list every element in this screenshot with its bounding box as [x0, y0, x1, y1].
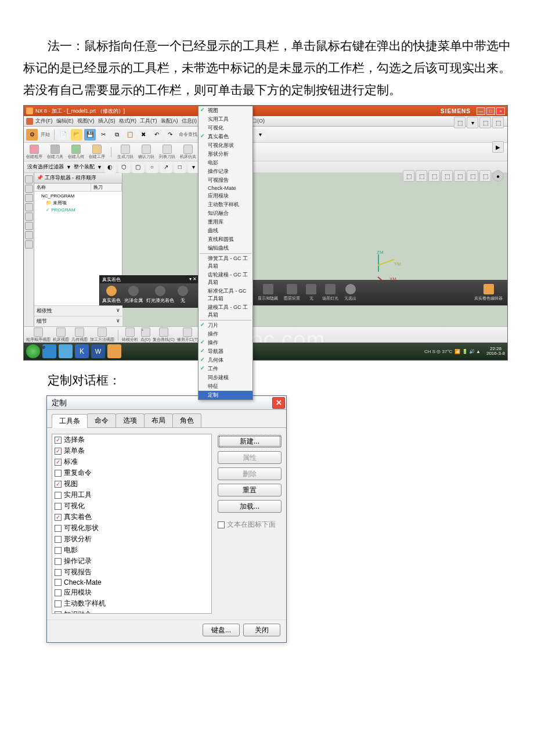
new-button[interactable]: 新建... — [218, 435, 282, 448]
filter-dropdown-icon[interactable]: ▼ — [66, 164, 71, 170]
context-menu-item[interactable]: 主动数字样机 — [199, 200, 252, 209]
show-hide-button[interactable]: 显示和隐藏 — [258, 284, 278, 301]
checkbox-icon[interactable] — [55, 514, 62, 521]
context-menu-item[interactable]: 曲线 — [199, 226, 252, 235]
layer-button[interactable]: 图层设置 — [284, 284, 300, 301]
resource-tab[interactable] — [25, 222, 33, 230]
toolbar-list[interactable]: 选择条菜单条标准重复命令视图实用工具可视化真实着色可视化形状形状分析电影操作记录… — [52, 434, 212, 614]
resource-tab[interactable] — [25, 185, 33, 193]
filter-dropdown-icon[interactable]: ▼ — [97, 164, 102, 170]
toolbar-list-item[interactable]: 真实着色 — [52, 512, 211, 523]
start-button[interactable]: ⚙ — [26, 129, 38, 141]
method-view[interactable]: 加工方法视图 — [90, 327, 114, 343]
context-menu-item[interactable]: 真实着色 — [199, 132, 252, 141]
resource-tab[interactable] — [25, 203, 33, 211]
menu-assembly[interactable]: 装配(A) — [161, 117, 178, 125]
toolbar-icon[interactable]: ▾ — [254, 129, 266, 141]
scene-light-button[interactable]: 场景灯光 — [322, 284, 338, 301]
toolbar-list-item[interactable]: 菜单条 — [52, 445, 211, 456]
toolbar-icon[interactable]: ▾ — [467, 117, 478, 128]
context-menu-item[interactable]: 直线和圆弧 — [199, 235, 252, 244]
tab-options[interactable]: 选项 — [116, 413, 145, 427]
context-menu-item[interactable]: 弹簧工具 - GC 工具箱 — [199, 254, 252, 271]
taskbar-app[interactable] — [59, 344, 73, 358]
redo-icon[interactable]: ↷ — [164, 129, 176, 141]
filter-icon[interactable]: ◐ — [104, 161, 116, 173]
trim-opening[interactable]: 修剪开口(T) — [177, 327, 199, 343]
filter-icon[interactable]: ⬡ — [118, 161, 130, 173]
menu-file[interactable]: 文件(F) — [35, 117, 53, 125]
toolbar-icon[interactable]: ⬚ — [467, 170, 478, 182]
tab-roles[interactable]: 角色 — [172, 413, 201, 427]
context-menu-item[interactable]: 齿轮建模 - GC 工具箱 — [199, 271, 252, 287]
none-button[interactable]: 无 — [178, 286, 188, 304]
toolbar-list-item[interactable]: 操作记录 — [52, 556, 211, 567]
taskbar-app[interactable]: K — [75, 344, 89, 358]
toolbar-list-item[interactable]: 可视化形状 — [52, 523, 211, 534]
load-button[interactable]: 加载... — [218, 500, 282, 513]
toolbar-list-item[interactable]: Check-Mate — [52, 578, 211, 587]
cut-icon[interactable]: ✂ — [98, 129, 109, 141]
context-menu-item[interactable]: 编辑曲线 — [199, 244, 252, 253]
context-menu-item[interactable]: 几何体 — [199, 356, 252, 365]
context-menu-item[interactable]: 操作 — [199, 339, 252, 347]
context-menu-item[interactable]: 标准化工具 - GC 工具箱 — [199, 287, 252, 303]
checkbox-icon[interactable] — [55, 503, 62, 510]
checkbox-icon[interactable] — [55, 459, 62, 466]
create-op-button[interactable]: 创建工序 — [89, 145, 105, 160]
maximize-button[interactable]: □ — [486, 107, 495, 115]
checkbox-icon[interactable] — [55, 547, 62, 554]
nav-details[interactable]: 细节∨ — [34, 316, 122, 326]
filter-value[interactable]: 整个装配 — [74, 163, 95, 171]
mold-analysis[interactable]: 铸模分析 — [122, 327, 138, 343]
toolbar-list-item[interactable]: 重复命令 — [52, 467, 211, 478]
toolbar-icon[interactable]: ⬚ — [428, 170, 440, 182]
gen-toolpath-button[interactable]: 生成刀轨 — [117, 145, 134, 160]
checkbox-icon[interactable] — [55, 579, 62, 586]
minimize-button[interactable]: — — [477, 107, 485, 115]
context-menu-item[interactable]: 重用库 — [199, 218, 252, 226]
checkbox-icon[interactable] — [55, 558, 62, 565]
context-menu-item[interactable]: 可视化 — [199, 124, 252, 132]
toolbar-icon[interactable]: ⬚ — [454, 117, 466, 128]
context-menu-item[interactable]: 形状分析 — [199, 150, 252, 159]
checkbox-icon[interactable] — [55, 437, 62, 444]
context-menu-item[interactable]: 刀片 — [199, 321, 252, 330]
taskbar-app-nx[interactable] — [107, 344, 121, 358]
context-menu-item[interactable]: 操作记录 — [199, 167, 252, 176]
machine-view[interactable]: 机床视图 — [53, 327, 69, 343]
composite-curve[interactable]: 复合曲线(C) — [153, 327, 175, 343]
context-menu-item[interactable]: 导航器 — [199, 347, 252, 356]
checkbox-icon[interactable] — [55, 611, 62, 614]
checkbox-icon[interactable] — [55, 525, 62, 532]
tab-layout[interactable]: 布局 — [144, 413, 173, 427]
checkbox-icon[interactable] — [55, 600, 62, 607]
menu-view[interactable]: 视图(V) — [77, 117, 95, 125]
toolbar-icon[interactable]: ⬚ — [416, 170, 427, 182]
close-button[interactable]: × — [496, 107, 505, 115]
start-button[interactable] — [26, 344, 40, 358]
glossy-button[interactable]: 灯光漆光着色 — [146, 286, 174, 304]
taskbar-app-word[interactable]: W — [91, 344, 105, 358]
system-tray[interactable]: CH S ◎ 37°C — [424, 349, 452, 354]
toolbar-list-item[interactable]: 知识融合 — [52, 609, 211, 614]
tray-icons[interactable]: 📶 🔋 🔊 ▲ — [454, 349, 481, 354]
context-menu-item[interactable]: 知识融合 — [199, 209, 252, 218]
true-shade-editor-button[interactable]: 真实着色编辑器 — [474, 284, 503, 301]
filter-icon[interactable]: □ — [174, 161, 186, 173]
filter-icon[interactable]: ↗ — [160, 161, 172, 173]
machine-sim-button[interactable]: 机床仿真 — [180, 145, 196, 160]
true-shade-button[interactable]: 真实着色 — [102, 286, 121, 304]
checkbox-icon[interactable] — [55, 470, 62, 477]
taskbar-clock[interactable]: 22:28 2016-3-8 — [486, 347, 505, 357]
toolbar-list-item[interactable]: 可视报告 — [52, 567, 211, 578]
true-shading-toolbar[interactable]: 真实着色 ▾ ✕ 真实着色 光泽金属 灯光漆光着色 无 — [99, 275, 200, 308]
toolbar-icon[interactable]: ⬚ — [479, 117, 491, 128]
point-button[interactable]: +点(O) — [140, 327, 150, 343]
open-file-icon[interactable]: 📂 — [71, 129, 82, 141]
prog-order-view[interactable]: 程序顺序视图 — [26, 327, 50, 343]
create-geom-button[interactable]: 创建几何 — [68, 145, 84, 160]
pin-icon[interactable]: 📌 — [37, 175, 43, 181]
toolbar-icon[interactable]: ● — [492, 170, 504, 182]
no-select-button[interactable]: 无选出 — [344, 284, 356, 301]
